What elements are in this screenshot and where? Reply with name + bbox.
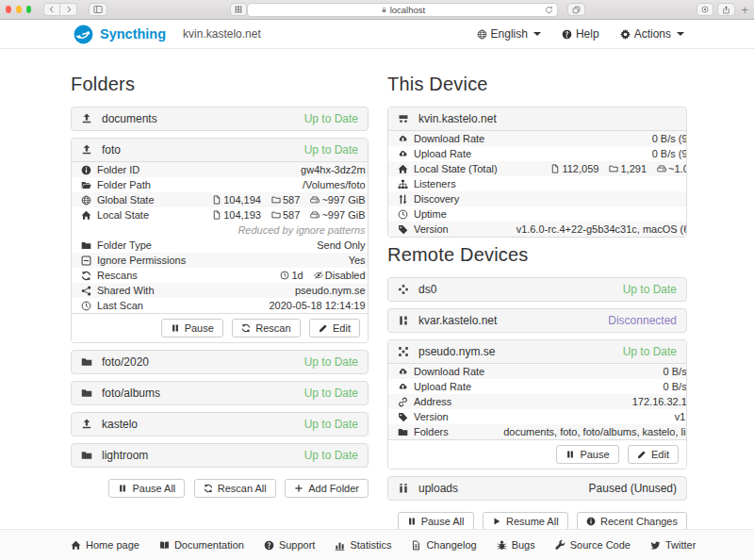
rescan-all-button[interactable]: Rescan All	[194, 479, 276, 498]
folder-row-foto-albums[interactable]: foto/albums Up to Date	[71, 381, 369, 405]
footer-link-home[interactable]: Home page	[71, 539, 139, 551]
url-text: localhost	[390, 5, 426, 15]
status-badge: Up to Date	[304, 418, 358, 431]
table-row: Listeners 2/2	[388, 176, 687, 191]
book-icon	[159, 540, 170, 551]
language-label: English	[491, 27, 528, 41]
file-count: 104,193	[223, 209, 261, 221]
rescan-button[interactable]: Rescan	[232, 319, 300, 338]
upload-icon	[81, 144, 92, 156]
row-label: Uptime	[414, 208, 447, 220]
folder-row-foto[interactable]: foto Up to Date	[72, 139, 368, 162]
browser-back-button[interactable]	[43, 3, 60, 16]
device-row-kvin[interactable]: kvin.kastelo.net	[388, 107, 686, 131]
folder-name: foto	[102, 143, 121, 156]
folder-row-documents[interactable]: documents Up to Date	[71, 107, 369, 131]
footer-link-bugs[interactable]: Bugs	[497, 539, 535, 551]
pause-button[interactable]: Pause	[556, 445, 618, 464]
table-row: Ignore Permissions Yes	[72, 253, 369, 268]
folder-row-lightroom[interactable]: lightroom Up to Date	[71, 443, 369, 468]
new-tab-button[interactable]: +	[741, 4, 748, 16]
folder-row-foto-2020[interactable]: foto/2020 Up to Date	[71, 350, 369, 374]
device-row-pseudo[interactable]: pseudo.nym.se Up to Date	[388, 340, 686, 364]
privacy-report-button[interactable]	[697, 3, 713, 16]
cloud-upload-icon	[398, 149, 408, 159]
device-identicon-icon	[398, 483, 409, 494]
wrench-icon	[555, 540, 566, 551]
table-row: Reduced by ignore patterns	[72, 222, 369, 238]
minus-square-icon	[81, 255, 91, 266]
home-icon	[81, 210, 91, 221]
device-row-uploads[interactable]: uploads Paused (Unused)	[387, 476, 687, 501]
device-name: pseudo.nym.se	[418, 345, 495, 358]
upload-icon	[81, 419, 92, 430]
help-label: Help	[576, 27, 599, 41]
row-value: v1.6.0-rc.4	[675, 411, 687, 422]
footer-link-documentation[interactable]: Documentation	[159, 539, 244, 551]
link-label: Source Code	[570, 539, 631, 551]
status-badge: Up to Date	[623, 283, 677, 296]
browser-forward-button[interactable]	[60, 3, 77, 16]
close-window-button[interactable]	[6, 6, 11, 13]
device-row-kvar[interactable]: kvar.kastelo.net Disconnected	[387, 308, 687, 333]
recent-changes-button[interactable]: Recent Changes	[577, 512, 687, 531]
sidebar-toggle-button[interactable]	[89, 3, 107, 16]
footer-link-support[interactable]: Support	[264, 539, 316, 551]
page-footer: Home page Documentation Support Statisti…	[0, 529, 754, 560]
footer-link-twitter[interactable]: Twitter	[650, 539, 696, 551]
language-menu[interactable]: English	[477, 27, 541, 41]
browser-chrome: localhost +	[0, 0, 754, 20]
footer-link-source-code[interactable]: Source Code	[555, 539, 631, 551]
tabs-button[interactable]	[567, 3, 585, 16]
devices-column: This Device kvin.kastelo.net Download Ra…	[387, 74, 687, 550]
edit-button[interactable]: Edit	[628, 445, 679, 464]
link-label: Twitter	[665, 539, 696, 551]
tag-icon	[398, 224, 408, 235]
this-device-panel: kvin.kastelo.net Download Rate 0 B/s (92…	[387, 107, 687, 238]
folder-row-kastelo[interactable]: kastelo Up to Date	[71, 412, 369, 436]
actions-menu[interactable]: Actions	[620, 27, 684, 41]
help-menu[interactable]: Help	[562, 27, 599, 41]
row-label: Local State (Total)	[414, 163, 498, 174]
row-value: Yes	[349, 255, 366, 266]
question-icon	[264, 540, 274, 551]
pause-button[interactable]: Pause	[161, 319, 223, 338]
footer-link-statistics[interactable]: Statistics	[335, 539, 391, 551]
table-row: Upload Rate 0 B/s (980 B)	[388, 146, 687, 161]
row-value: documents, foto, foto/albums, kastelo, l…	[503, 426, 687, 437]
pause-all-button[interactable]: Pause All	[398, 512, 474, 531]
add-folder-button[interactable]: Add Folder	[285, 479, 369, 498]
folder-outline-icon	[271, 195, 281, 205]
address-bar[interactable]: localhost	[247, 3, 558, 17]
share-icon	[81, 286, 91, 296]
tag-icon	[398, 412, 408, 422]
pencil-icon	[637, 450, 647, 459]
row-value: gw4hx-3dz2m	[301, 164, 365, 175]
folder-icon	[398, 427, 408, 437]
app-header: Syncthing kvin.kastelo.net English Help …	[0, 20, 754, 49]
pause-icon	[171, 323, 180, 333]
pause-icon	[407, 517, 417, 526]
syncthing-app: localhost + Syncthing kvin.kastelo.net E…	[0, 0, 754, 560]
footer-link-changelog[interactable]: Changelog	[411, 539, 476, 551]
device-identicon-icon	[398, 315, 409, 326]
resume-all-button[interactable]: Resume All	[483, 512, 568, 531]
folder-name: foto/albums	[102, 387, 160, 400]
pause-all-button[interactable]: Pause All	[108, 479, 185, 498]
share-button[interactable]	[717, 3, 735, 16]
edit-button[interactable]: Edit	[309, 319, 360, 338]
page-title: kvin.kastelo.net	[183, 27, 261, 41]
syncthing-logo-icon	[74, 25, 93, 44]
zoom-window-button[interactable]	[26, 6, 32, 13]
size-value: ~1.01 TiB	[668, 163, 687, 174]
table-row: Folders documents, foto, foto/albums, ka…	[388, 424, 687, 439]
hdd-icon	[310, 195, 320, 205]
file-icon	[212, 195, 221, 205]
row-value: 0 B/s (640 B)	[664, 366, 687, 377]
minimize-window-button[interactable]	[16, 6, 22, 13]
device-name: kvin.kastelo.net	[418, 112, 497, 125]
privacy-icon	[701, 6, 709, 13]
reload-icon[interactable]	[545, 6, 553, 14]
device-row-ds0[interactable]: ds0 Up to Date	[387, 277, 687, 302]
tab-overview-button[interactable]	[230, 3, 247, 16]
